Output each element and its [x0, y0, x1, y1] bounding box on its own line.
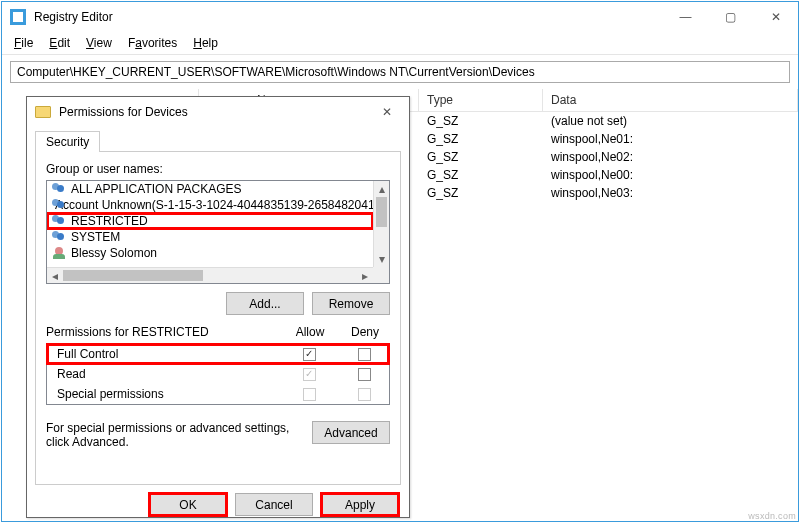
- group-label: Group or user names:: [46, 162, 390, 176]
- cell-type: G_SZ: [419, 167, 543, 183]
- user-item[interactable]: Account Unknown(S-1-15-3-1024-4044835139…: [47, 197, 373, 213]
- folder-icon: [35, 106, 51, 118]
- advanced-row: For special permissions or advanced sett…: [46, 421, 390, 449]
- allow-header: Allow: [280, 325, 340, 339]
- scroll-right-icon[interactable]: ▸: [357, 268, 373, 283]
- user-buttons: Add... Remove: [46, 292, 390, 315]
- watermark: wsxdn.com: [748, 511, 796, 521]
- advanced-button[interactable]: Advanced: [312, 421, 390, 444]
- add-button[interactable]: Add...: [226, 292, 304, 315]
- user-item[interactable]: Blessy Solomon: [47, 245, 373, 261]
- permissions-for-label: Permissions for RESTRICTED: [46, 325, 280, 339]
- scroll-up-icon[interactable]: ▴: [374, 181, 389, 197]
- minimize-button[interactable]: —: [663, 2, 708, 32]
- scroll-left-icon[interactable]: ◂: [47, 268, 63, 283]
- dialog-buttons: OK Cancel Apply: [27, 485, 409, 523]
- dialog-tabs: Security Group or user names: ALL APPLIC…: [35, 131, 401, 485]
- main-title: Registry Editor: [34, 10, 663, 24]
- users-listbox[interactable]: ALL APPLICATION PACKAGESAccount Unknown(…: [46, 180, 390, 284]
- group-icon: [51, 214, 67, 228]
- scroll-thumb[interactable]: [376, 197, 387, 227]
- apply-button[interactable]: Apply: [321, 493, 399, 516]
- permission-row: Special permissions: [47, 384, 389, 404]
- col-data[interactable]: Data: [543, 89, 798, 111]
- user-name: Account Unknown(S-1-15-3-1024-4044835139…: [55, 198, 373, 212]
- user-name: RESTRICTED: [71, 214, 148, 228]
- user-item[interactable]: SYSTEM: [47, 229, 373, 245]
- user-name: Blessy Solomon: [71, 246, 157, 260]
- user-item[interactable]: ALL APPLICATION PACKAGES: [47, 181, 373, 197]
- close-button[interactable]: ✕: [753, 2, 798, 32]
- permissions-header: Permissions for RESTRICTED Allow Deny: [46, 325, 390, 339]
- dialog-title: Permissions for Devices: [59, 105, 364, 119]
- permissions-table: Full ControlReadSpecial permissions: [46, 343, 390, 405]
- cell-data: winspool,Ne03:: [543, 185, 798, 201]
- cell-data: winspool,Ne02:: [543, 149, 798, 165]
- menu-favorites[interactable]: Favorites: [122, 34, 183, 52]
- user-icon: [51, 246, 67, 260]
- cell-data: winspool,Ne00:: [543, 167, 798, 183]
- advanced-text: For special permissions or advanced sett…: [46, 421, 302, 449]
- group-icon: [51, 182, 67, 196]
- allow-checkbox[interactable]: [303, 388, 316, 401]
- deny-checkbox[interactable]: [358, 388, 371, 401]
- scroll-down-icon[interactable]: ▾: [374, 251, 389, 267]
- menu-help[interactable]: Help: [187, 34, 224, 52]
- deny-header: Deny: [340, 325, 390, 339]
- vertical-scrollbar[interactable]: ▴ ▾: [373, 181, 389, 267]
- col-type[interactable]: Type: [419, 89, 543, 111]
- cell-type: G_SZ: [419, 185, 543, 201]
- main-titlebar: Registry Editor — ▢ ✕: [2, 2, 798, 32]
- dialog-close-button[interactable]: ✕: [364, 97, 409, 127]
- remove-button[interactable]: Remove: [312, 292, 390, 315]
- maximize-button[interactable]: ▢: [708, 2, 753, 32]
- permission-name: Special permissions: [47, 387, 279, 401]
- allow-checkbox[interactable]: [303, 368, 316, 381]
- menu-file[interactable]: File: [8, 34, 39, 52]
- scroll-corner: [373, 267, 389, 283]
- user-name: SYSTEM: [71, 230, 120, 244]
- menu-edit[interactable]: Edit: [43, 34, 76, 52]
- deny-checkbox[interactable]: [358, 368, 371, 381]
- security-panel: Group or user names: ALL APPLICATION PAC…: [35, 151, 401, 485]
- menubar: File Edit View Favorites Help: [2, 32, 798, 55]
- scroll-thumb[interactable]: [63, 270, 203, 281]
- allow-checkbox[interactable]: [303, 348, 316, 361]
- cell-type: G_SZ: [419, 149, 543, 165]
- group-icon: [51, 230, 67, 244]
- user-name: ALL APPLICATION PACKAGES: [71, 182, 242, 196]
- permission-name: Full Control: [47, 347, 279, 361]
- permission-row: Full Control: [47, 344, 389, 364]
- cell-type: G_SZ: [419, 131, 543, 147]
- cell-type: G_SZ: [419, 113, 543, 129]
- ok-button[interactable]: OK: [149, 493, 227, 516]
- horizontal-scrollbar[interactable]: ◂ ▸: [47, 267, 373, 283]
- regedit-icon: [10, 9, 26, 25]
- permissions-dialog: Permissions for Devices ✕ Security Group…: [26, 96, 410, 518]
- cell-data: (value not set): [543, 113, 798, 129]
- deny-checkbox[interactable]: [358, 348, 371, 361]
- tab-security[interactable]: Security: [35, 131, 100, 152]
- dialog-titlebar: Permissions for Devices ✕: [27, 97, 409, 127]
- cell-data: winspool,Ne01:: [543, 131, 798, 147]
- address-bar[interactable]: Computer\HKEY_CURRENT_USER\SOFTWARE\Micr…: [10, 61, 790, 83]
- permission-row: Read: [47, 364, 389, 384]
- menu-view[interactable]: View: [80, 34, 118, 52]
- permission-name: Read: [47, 367, 279, 381]
- cancel-button[interactable]: Cancel: [235, 493, 313, 516]
- user-item[interactable]: RESTRICTED: [47, 213, 373, 229]
